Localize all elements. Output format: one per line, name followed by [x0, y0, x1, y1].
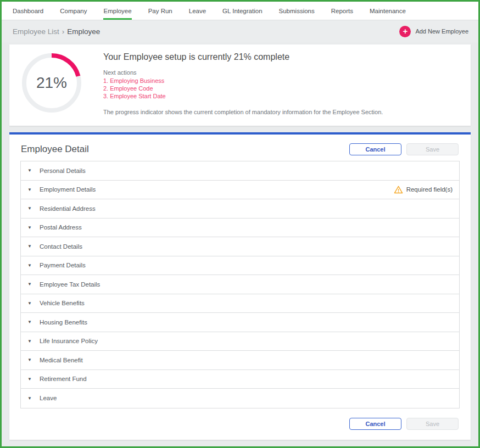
accordion-row-postal-address[interactable]: ▼ Postal Address	[21, 219, 459, 238]
caret-down-icon: ▼	[27, 357, 33, 362]
setup-progress-card: 21% Your Employee setup is currently 21%…	[9, 44, 471, 126]
accordion-row-life-insurance-policy[interactable]: ▼ Life Insurance Policy	[21, 332, 459, 351]
accordion-label: Personal Details	[40, 167, 86, 174]
caret-down-icon: ▼	[27, 244, 33, 249]
caret-down-icon: ▼	[27, 301, 33, 306]
top-nav: Dashboard Company Employee Pay Run Leave…	[2, 2, 478, 20]
accordion-row-housing-benefits[interactable]: ▼ Housing Benefits	[21, 313, 459, 332]
save-button-bottom[interactable]: Save	[406, 418, 459, 430]
next-action-employee-code[interactable]: 2. Employee Code	[103, 85, 460, 92]
required-field-label: Required field(s)	[406, 186, 453, 193]
next-action-employing-business[interactable]: 1. Employing Business	[103, 77, 460, 85]
nav-item-leave[interactable]: Leave	[189, 2, 206, 20]
nav-item-employee[interactable]: Employee	[103, 2, 131, 20]
caret-down-icon: ▼	[27, 225, 33, 230]
progress-description: The progress indicator shows the current…	[103, 109, 460, 115]
accordion-label: Life Insurance Policy	[40, 338, 98, 344]
breadcrumb-bar: Employee List›Employee + Add New Employe…	[2, 20, 478, 42]
accordion-row-leave[interactable]: ▼ Leave	[21, 389, 459, 408]
accordion-row-residential-address[interactable]: ▼ Residential Address	[21, 199, 459, 219]
app-window: Dashboard Company Employee Pay Run Leave…	[0, 0, 480, 448]
accordion-row-personal-details[interactable]: ▼ Personal Details	[21, 161, 459, 181]
add-new-employee-label: Add New Employee	[415, 28, 468, 35]
next-actions-list: 1. Employing Business 2. Employee Code 3…	[103, 77, 460, 100]
accordion-row-vehicle-benefits[interactable]: ▼ Vehicle Benefits	[21, 294, 459, 313]
cancel-button[interactable]: Cancel	[349, 143, 401, 155]
progress-text-block: Your Employee setup is currently 21% com…	[103, 52, 460, 115]
accordion-label: Leave	[40, 395, 57, 401]
nav-item-gl-integration[interactable]: GL Integration	[222, 2, 262, 20]
required-field-warning: Required field(s)	[394, 185, 453, 194]
footer-actions: Cancel Save	[9, 408, 471, 430]
breadcrumb-current: Employee	[67, 27, 100, 36]
accordion-label: Residential Address	[40, 205, 96, 212]
nav-item-company[interactable]: Company	[60, 2, 87, 20]
accordion-label: Vehicle Benefits	[40, 300, 85, 306]
nav-item-pay-run[interactable]: Pay Run	[148, 2, 172, 20]
accordion-label: Payment Details	[40, 262, 86, 268]
accordion-label: Employee Tax Details	[40, 281, 100, 288]
caret-down-icon: ▼	[27, 168, 33, 173]
accordion-label: Medical Benefit	[40, 357, 83, 363]
caret-down-icon: ▼	[27, 377, 33, 382]
add-new-employee-button[interactable]: + Add New Employee	[399, 26, 468, 37]
accordion-label: Employment Details	[40, 186, 96, 193]
accordion-row-employee-tax-details[interactable]: ▼ Employee Tax Details	[21, 275, 459, 294]
caret-down-icon: ▼	[27, 206, 33, 211]
caret-down-icon: ▼	[27, 187, 33, 192]
warning-triangle-icon	[394, 185, 403, 194]
accordion-row-employment-details[interactable]: ▼ Employment Details Required field(s)	[21, 181, 459, 200]
plus-icon: +	[399, 26, 411, 37]
main-content: 21% Your Employee setup is currently 21%…	[2, 42, 478, 440]
save-button[interactable]: Save	[406, 143, 459, 155]
accordion-row-payment-details[interactable]: ▼ Payment Details	[21, 256, 459, 276]
caret-down-icon: ▼	[27, 339, 33, 344]
accordion-row-retirement-fund[interactable]: ▼ Retirement Fund	[21, 370, 459, 389]
progress-percent-value: 21%	[22, 53, 81, 113]
accordion-row-medical-benefit[interactable]: ▼ Medical Benefit	[21, 351, 459, 370]
accordion-label: Housing Benefits	[40, 319, 87, 326]
nav-item-dashboard[interactable]: Dashboard	[13, 2, 43, 20]
next-action-employee-start-date[interactable]: 3. Employee Start Date	[103, 92, 460, 100]
detail-header: Employee Detail Cancel Save	[9, 135, 471, 155]
accordion-label: Retirement Fund	[40, 376, 87, 382]
header-actions: Cancel Save	[349, 143, 459, 155]
accordion-row-contact-details[interactable]: ▼ Contact Details	[21, 237, 459, 256]
breadcrumb-employee-list[interactable]: Employee List	[13, 27, 59, 36]
detail-accordion: ▼ Personal Details ▼ Employment Details …	[20, 161, 460, 408]
accordion-label: Postal Address	[40, 224, 82, 231]
nav-item-maintenance[interactable]: Maintenance	[370, 2, 406, 20]
breadcrumb-separator: ›	[62, 27, 65, 36]
nav-item-submissions[interactable]: Submissions	[279, 2, 315, 20]
progress-donut: 21%	[22, 53, 81, 113]
caret-down-icon: ▼	[27, 396, 33, 401]
caret-down-icon: ▼	[27, 320, 33, 324]
page-title: Employee Detail	[21, 144, 89, 155]
cancel-button-bottom[interactable]: Cancel	[349, 418, 401, 430]
nav-item-reports[interactable]: Reports	[331, 2, 353, 20]
employee-detail-card: Employee Detail Cancel Save ▼ Personal D…	[9, 135, 471, 440]
caret-down-icon: ▼	[27, 263, 33, 268]
breadcrumb: Employee List›Employee	[13, 27, 100, 36]
next-actions-label: Next actions	[103, 69, 460, 76]
accordion-label: Contact Details	[40, 243, 82, 250]
caret-down-icon: ▼	[27, 282, 33, 287]
progress-title: Your Employee setup is currently 21% com…	[103, 52, 460, 62]
